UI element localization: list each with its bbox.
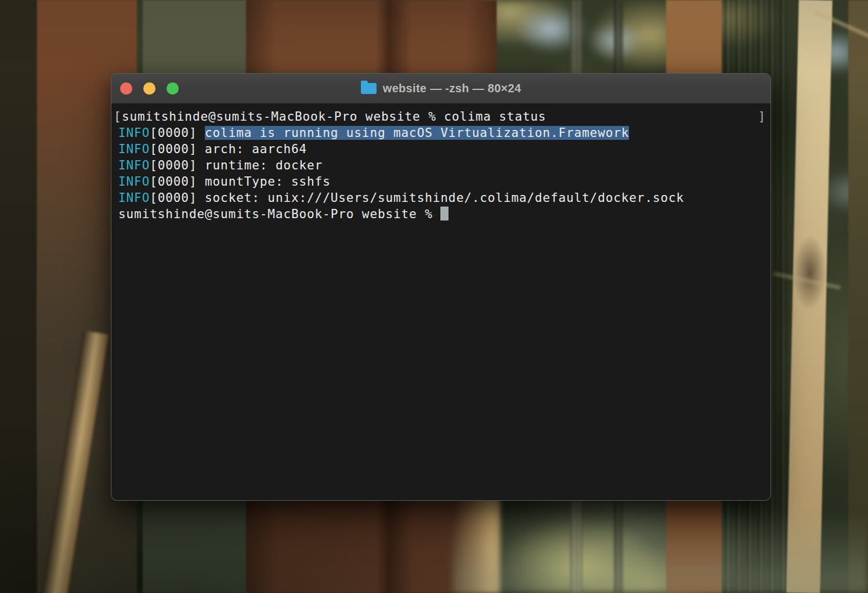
titlebar[interactable]: website — -zsh — 80×24 (111, 74, 771, 104)
window-title: website — -zsh — 80×24 (383, 82, 521, 95)
wallpaper-trunk-far-left (0, 0, 37, 593)
log-level: INFO (118, 142, 150, 156)
minimize-button[interactable] (143, 82, 155, 95)
terminal-line: [sumitshinde@sumits-MacBook-Pro website … (118, 109, 764, 125)
terminal-line: INFO[0000] colima is running using macOS… (118, 125, 764, 141)
terminal-line: INFO[0000] socket: unix:///Users/sumitsh… (118, 190, 764, 206)
log-level: INFO (118, 126, 150, 140)
terminal-cursor (440, 207, 449, 220)
log-message: runtime: docker (205, 158, 323, 172)
prompt-mark-open: [ (114, 109, 122, 125)
log-timestamp: [0000] (150, 126, 205, 140)
zoom-button[interactable] (167, 82, 179, 95)
folder-icon (361, 83, 377, 94)
log-level: INFO (118, 158, 150, 172)
wallpaper-diagonal-trunk (38, 331, 108, 593)
prompt-mark-close: ] (758, 109, 766, 125)
terminal-content[interactable]: [sumitshinde@sumits-MacBook-Pro website … (111, 104, 771, 501)
log-level: INFO (118, 191, 150, 205)
selected-log-message: colima is running using macOS Virtualiza… (205, 126, 629, 140)
log-message: mountType: sshfs (205, 175, 331, 189)
wallpaper-branch (813, 10, 868, 59)
close-button[interactable] (120, 82, 132, 95)
terminal-window: website — -zsh — 80×24 [sumitshinde@sumi… (111, 73, 771, 501)
log-timestamp: [0000] (150, 158, 205, 172)
log-message: socket: unix:///Users/sumitshinde/.colim… (205, 191, 684, 205)
desktop: website — -zsh — 80×24 [sumitshinde@sumi… (0, 0, 868, 593)
terminal-prompt-line: sumitshinde@sumits-MacBook-Pro website % (118, 206, 764, 222)
window-title-group: website — -zsh — 80×24 (361, 82, 521, 95)
window-controls (111, 74, 179, 103)
wallpaper-fog (453, 511, 868, 593)
wallpaper-trunk-sunlit (786, 0, 832, 593)
wallpaper-branch (772, 272, 841, 290)
terminal-line: INFO[0000] arch: aarch64 (118, 141, 764, 157)
log-timestamp: [0000] (150, 191, 205, 205)
wallpaper-trunk-far-right (848, 0, 868, 593)
log-timestamp: [0000] (150, 175, 205, 189)
log-timestamp: [0000] (150, 142, 205, 156)
log-message: arch: aarch64 (205, 142, 307, 156)
terminal-line: INFO[0000] mountType: sshfs (118, 173, 764, 190)
terminal-line: INFO[0000] runtime: docker (118, 157, 764, 173)
command-line-text: sumitshinde@sumits-MacBook-Pro website %… (122, 110, 546, 124)
log-level: INFO (118, 175, 150, 189)
shell-prompt: sumitshinde@sumits-MacBook-Pro website % (118, 207, 440, 221)
